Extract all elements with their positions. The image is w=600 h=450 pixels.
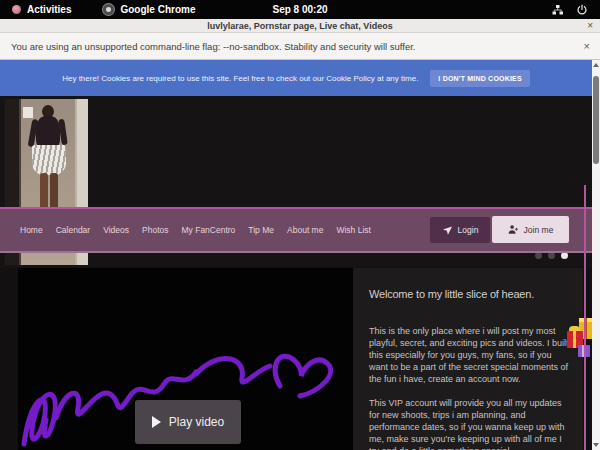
- carousel-dots: [535, 252, 568, 259]
- scrollbar[interactable]: [592, 60, 600, 450]
- play-icon: [152, 416, 161, 428]
- nav-item-aboutme[interactable]: About me: [287, 225, 323, 235]
- gift-icon[interactable]: [567, 318, 592, 362]
- photo-person-torso: [36, 116, 60, 148]
- window-title: luvlylarae, Pornstar page, Live chat, Vi…: [0, 21, 600, 31]
- nav-underline: [0, 251, 592, 253]
- chrome-infobar: You are using an unsupported command-lin…: [0, 33, 600, 60]
- infobar-close-icon[interactable]: ×: [584, 40, 590, 52]
- about-panel: Welcome to my little slice of heaen. Thi…: [353, 268, 583, 450]
- carousel-dot[interactable]: [548, 252, 555, 259]
- page-viewport: Hey there! Cookies are required to use t…: [0, 60, 592, 450]
- nav-item-calendar[interactable]: Calendar: [56, 225, 91, 235]
- nav-item-home[interactable]: Home: [20, 225, 43, 235]
- window-title-bar: luvlylarae, Pornstar page, Live chat, Vi…: [0, 19, 600, 33]
- cookie-message: Hey there! Cookies are required to use t…: [62, 74, 418, 83]
- header-divider: [0, 207, 592, 209]
- nav-item-videos[interactable]: Videos: [103, 225, 129, 235]
- login-label: Login: [458, 225, 479, 235]
- about-paragraph-2: This VIP account will provide you all my…: [369, 398, 569, 450]
- play-video-button[interactable]: Play video: [135, 400, 241, 444]
- person-plus-icon: [508, 224, 519, 235]
- login-arrow-icon: [442, 225, 453, 236]
- welcome-heading: Welcome to my little slice of heaen.: [369, 288, 569, 300]
- cookie-banner: Hey there! Cookies are required to use t…: [0, 60, 592, 96]
- scrollbar-thumb[interactable]: [593, 76, 599, 164]
- page-right-border: [584, 185, 586, 450]
- join-me-button[interactable]: Join me: [492, 216, 569, 243]
- carousel-dot[interactable]: [535, 252, 542, 259]
- carousel-dot-active[interactable]: [561, 252, 568, 259]
- nav-item-photos[interactable]: Photos: [142, 225, 168, 235]
- scroll-down-arrow-icon[interactable]: [592, 440, 600, 450]
- accept-cookies-button[interactable]: I DON'T MIND COOKIES: [430, 70, 529, 87]
- video-player: Play video: [18, 268, 353, 450]
- system-top-bar: Activities Google Chrome Sep 8 00:20: [0, 0, 600, 19]
- nav-item-tipme[interactable]: Tip Me: [248, 225, 274, 235]
- about-paragraph-1: This is the only place where i will post…: [369, 326, 569, 386]
- scroll-up-arrow-icon[interactable]: [592, 60, 600, 70]
- login-button[interactable]: Login: [430, 217, 490, 243]
- infobar-message: You are using an unsupported command-lin…: [0, 41, 416, 52]
- join-me-label: Join me: [524, 225, 554, 235]
- clock[interactable]: Sep 8 00:20: [0, 4, 600, 15]
- nav-item-fancentro[interactable]: My FanCentro: [182, 225, 236, 235]
- nav-item-wishlist[interactable]: Wish List: [336, 225, 370, 235]
- play-video-label: Play video: [169, 415, 224, 429]
- window-close-icon[interactable]: ×: [587, 20, 593, 31]
- photo-person-skirt: [32, 145, 66, 175]
- photo-wall-frame: [23, 107, 33, 118]
